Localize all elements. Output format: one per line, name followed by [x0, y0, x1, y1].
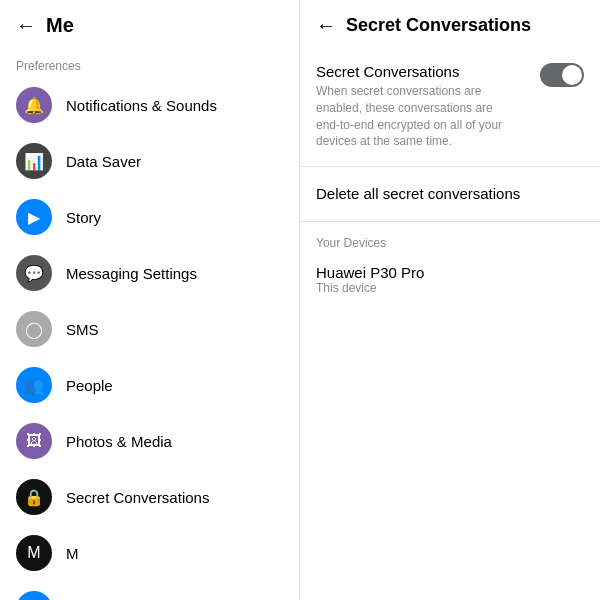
- right-panel-title: Secret Conversations: [346, 15, 531, 36]
- menu-item-people[interactable]: 👥People: [0, 357, 299, 413]
- left-header: ← Me: [0, 0, 299, 51]
- menu-label-m: M: [66, 545, 283, 562]
- menu-label-photos: Photos & Media: [66, 433, 283, 450]
- device-sub: This device: [316, 281, 584, 295]
- lock-icon: 🔒: [16, 479, 52, 515]
- delete-secret-label: Delete all secret conversations: [316, 185, 520, 202]
- left-back-button[interactable]: ←: [16, 14, 36, 37]
- menu-label-notifications: Notifications & Sounds: [66, 97, 283, 114]
- photos-icon: 🖼: [16, 423, 52, 459]
- menu-item-notifications[interactable]: 🔔Notifications & Sounds: [0, 77, 299, 133]
- menu-item-secret[interactable]: 🔒Secret Conversations: [0, 469, 299, 525]
- right-back-button[interactable]: ←: [316, 14, 336, 37]
- messaging-icon: 💬: [16, 255, 52, 291]
- device-name: Huawei P30 Pro: [316, 264, 584, 281]
- menu-label-story: Story: [66, 209, 283, 226]
- menu-list: 🔔Notifications & Sounds📊Data Saver▶Story…: [0, 77, 299, 600]
- delete-secret-row[interactable]: Delete all secret conversations: [300, 171, 600, 217]
- sms-icon: ◯: [16, 311, 52, 347]
- chart-icon: 📊: [16, 143, 52, 179]
- menu-item-m[interactable]: MM: [0, 525, 299, 581]
- globe-icon: 🌐: [16, 591, 52, 600]
- menu-label-secret: Secret Conversations: [66, 489, 283, 506]
- menu-item-data-saver[interactable]: 📊Data Saver: [0, 133, 299, 189]
- left-panel: ← Me Preferences 🔔Notifications & Sounds…: [0, 0, 300, 600]
- menu-item-sms[interactable]: ◯SMS: [0, 301, 299, 357]
- setting-name: Secret Conversations: [316, 63, 516, 80]
- secret-conversations-setting: Secret Conversations When secret convers…: [300, 51, 600, 162]
- story-icon: ▶: [16, 199, 52, 235]
- right-header: ← Secret Conversations: [300, 0, 600, 51]
- menu-item-messaging[interactable]: 💬Messaging Settings: [0, 245, 299, 301]
- menu-label-sms: SMS: [66, 321, 283, 338]
- bell-icon: 🔔: [16, 87, 52, 123]
- right-panel: ← Secret Conversations Secret Conversati…: [300, 0, 600, 600]
- menu-label-people: People: [66, 377, 283, 394]
- menu-item-story[interactable]: ▶Story: [0, 189, 299, 245]
- divider-2: [300, 221, 600, 222]
- setting-desc: When secret conversations are enabled, t…: [316, 83, 516, 150]
- menu-label-data-saver: Data Saver: [66, 153, 283, 170]
- menu-item-photos[interactable]: 🖼Photos & Media: [0, 413, 299, 469]
- menu-item-translation[interactable]: 🌐Translation: [0, 581, 299, 600]
- your-devices-label: Your Devices: [300, 226, 600, 254]
- people-icon: 👥: [16, 367, 52, 403]
- device-row: Huawei P30 Pro This device: [300, 254, 600, 305]
- divider-1: [300, 166, 600, 167]
- left-panel-title: Me: [46, 14, 74, 37]
- secret-conversations-toggle[interactable]: [540, 63, 584, 87]
- menu-label-messaging: Messaging Settings: [66, 265, 283, 282]
- preferences-label: Preferences: [0, 51, 299, 77]
- m-icon: M: [16, 535, 52, 571]
